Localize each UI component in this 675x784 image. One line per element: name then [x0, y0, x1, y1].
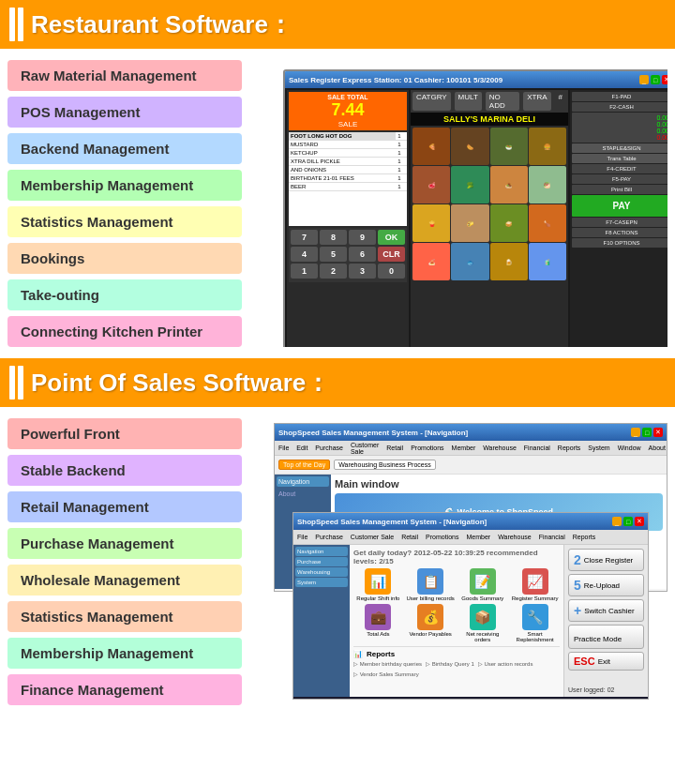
re-upload-btn[interactable]: 5 Re-Upload	[568, 574, 644, 596]
feature-take-outing[interactable]: Take-outing	[8, 279, 242, 310]
key-6[interactable]: 6	[349, 247, 376, 262]
key-ok[interactable]: OK	[378, 230, 405, 245]
f2-cash-btn[interactable]: F2-CASH	[572, 102, 668, 112]
xtra-btn[interactable]: XTRA	[523, 92, 550, 111]
key-3[interactable]: 3	[349, 264, 376, 279]
icon-register[interactable]: 📈 Register Summary	[510, 568, 560, 601]
menu-item-1[interactable]: 🍕	[412, 128, 450, 165]
report-vendor-sales[interactable]: ▷ Vendor Sales Summary	[353, 671, 419, 677]
feature-bookings[interactable]: Bookings	[8, 243, 242, 274]
about-item[interactable]: About	[277, 489, 329, 499]
sidebar-system[interactable]: System	[295, 578, 348, 587]
close-btn3[interactable]: ✕	[635, 517, 644, 526]
menu2-file[interactable]: File	[297, 534, 308, 540]
esc-exit-btn[interactable]: ESC Exit	[568, 652, 644, 671]
menu2-reports[interactable]: Reports	[573, 534, 596, 540]
key-0[interactable]: 0	[378, 264, 405, 279]
feature-finance[interactable]: Finance Management	[8, 674, 242, 705]
menu-item-14[interactable]: 🐟	[451, 243, 488, 280]
menu-item-9[interactable]: 🍟	[412, 204, 450, 242]
feature-membership2[interactable]: Membership Management	[8, 638, 242, 669]
icon-summary[interactable]: 📝 Goods Summary	[458, 568, 508, 601]
report-birthday1[interactable]: ▷ Birthday Query 1	[426, 660, 474, 667]
trans-table-btn[interactable]: Trans Table	[572, 154, 668, 163]
key-2[interactable]: 2	[320, 264, 347, 279]
feature-raw-material[interactable]: Raw Material Management	[8, 60, 242, 91]
print-bill-btn[interactable]: Print Bill	[572, 185, 668, 194]
menu2-retail[interactable]: Retail	[401, 534, 418, 540]
feature-kitchen-printer[interactable]: Connecting Kitchen Printer	[8, 316, 242, 347]
icon-shift[interactable]: 📊 Regular Shift info	[353, 568, 403, 601]
menu-customer[interactable]: Customer Sale	[351, 442, 379, 455]
feature-stable-backend[interactable]: Stable Backend	[8, 455, 242, 486]
menu2-member[interactable]: Member	[466, 534, 490, 540]
close-btn2[interactable]: ✕	[653, 428, 663, 437]
catgry-btn[interactable]: CATGRY	[412, 92, 451, 111]
menu2-warehouse[interactable]: Warehouse	[498, 534, 532, 540]
menu-window[interactable]: Window	[618, 445, 641, 451]
minimize-btn[interactable]: _	[639, 75, 649, 84]
sidebar-warehouse[interactable]: Warehousing	[295, 567, 348, 577]
close-register-btn[interactable]: 2 Close Register	[568, 549, 644, 571]
icon-replenish[interactable]: 🔧 Smart Replenishment	[510, 604, 560, 642]
menu-item-13[interactable]: 🍝	[412, 243, 450, 280]
key-7[interactable]: 7	[291, 230, 318, 245]
menu2-customer[interactable]: Customer Sale	[351, 534, 394, 540]
mult-btn[interactable]: MULT	[455, 92, 482, 111]
menu2-promotions[interactable]: Promotions	[426, 534, 458, 540]
menu2-financial[interactable]: Financial	[539, 534, 565, 540]
report-birthday-query[interactable]: ▷ Member birthday queries	[353, 660, 422, 667]
min-btn2[interactable]: _	[631, 428, 640, 437]
feature-membership[interactable]: Membership Management	[8, 170, 242, 201]
key-5[interactable]: 5	[320, 247, 347, 262]
menu-item-5[interactable]: 🥩	[412, 166, 450, 204]
sidebar-purchase[interactable]: Purchase	[295, 557, 348, 566]
menu2-purchase[interactable]: Purchase	[315, 534, 343, 540]
min-btn3[interactable]: _	[612, 517, 622, 526]
staple-sign-btn[interactable]: STAPLE&SIGN	[572, 143, 668, 153]
feature-powerful-front[interactable]: Powerful Front	[8, 418, 242, 449]
f1-pad-btn[interactable]: F1-PAD	[572, 92, 668, 101]
feature-wholesale[interactable]: Wholesale Management	[8, 565, 242, 596]
switch-cashier-btn[interactable]: + Switch Cashier	[568, 599, 644, 622]
key-clr[interactable]: CLR	[378, 247, 405, 262]
menu-financial[interactable]: Financial	[524, 445, 550, 451]
feature-statistics[interactable]: Statistics Management	[8, 206, 242, 237]
menu-item-10[interactable]: 🌮	[451, 204, 488, 242]
f10-options-btn[interactable]: F10 OPTIONS	[572, 238, 668, 248]
menu-item-16[interactable]: 🧃	[529, 243, 566, 280]
menu-item-15[interactable]: 🍺	[490, 243, 528, 280]
menu-item-2[interactable]: 🌭	[451, 128, 488, 165]
menu-file[interactable]: File	[278, 445, 289, 451]
pay-btn[interactable]: PAY	[572, 195, 668, 217]
icon-totalads[interactable]: 💼 Total Ads	[353, 604, 403, 642]
sidebar-nav[interactable]: Navigation	[295, 547, 348, 556]
key-4[interactable]: 4	[291, 247, 318, 262]
key-1[interactable]: 1	[291, 264, 318, 279]
key-8[interactable]: 8	[320, 230, 347, 245]
icon-receiving[interactable]: 📦 Net receiving orders	[458, 604, 508, 642]
max-btn3[interactable]: □	[623, 517, 633, 526]
menu-item-6[interactable]: 🥦	[451, 166, 488, 204]
max-btn2[interactable]: □	[642, 428, 652, 437]
menu-promotions[interactable]: Promotions	[411, 445, 443, 451]
f4-credit-btn[interactable]: F4-CREDIT	[572, 164, 668, 173]
maximize-btn[interactable]: □	[651, 75, 660, 84]
menu-item-4[interactable]: 🍔	[529, 128, 566, 165]
f5-pay-btn[interactable]: F5-PAY	[572, 174, 668, 184]
f7-casepn-btn[interactable]: F7-CASEPN	[572, 218, 668, 227]
feature-statistics2[interactable]: Statistics Management	[8, 601, 242, 632]
menu-edit[interactable]: Edit	[296, 445, 308, 451]
feature-purchase[interactable]: Purchase Management	[8, 528, 242, 559]
menu-retail[interactable]: Retail	[386, 445, 403, 451]
menu-member[interactable]: Member	[452, 445, 476, 451]
feature-backend[interactable]: Backend Management	[8, 133, 242, 164]
menu-warehouse[interactable]: Warehouse	[483, 445, 517, 451]
top-of-day-btn[interactable]: Top of the Day	[278, 460, 330, 470]
f8-actions-btn[interactable]: F8 ACTIONS	[572, 228, 668, 237]
icon-vendor[interactable]: 💰 Vendor Payables	[406, 604, 456, 642]
feature-retail[interactable]: Retail Management	[8, 491, 242, 522]
menu-about[interactable]: About	[649, 445, 666, 451]
key-9[interactable]: 9	[349, 230, 376, 245]
menu-item-11[interactable]: 🥪	[490, 204, 528, 242]
